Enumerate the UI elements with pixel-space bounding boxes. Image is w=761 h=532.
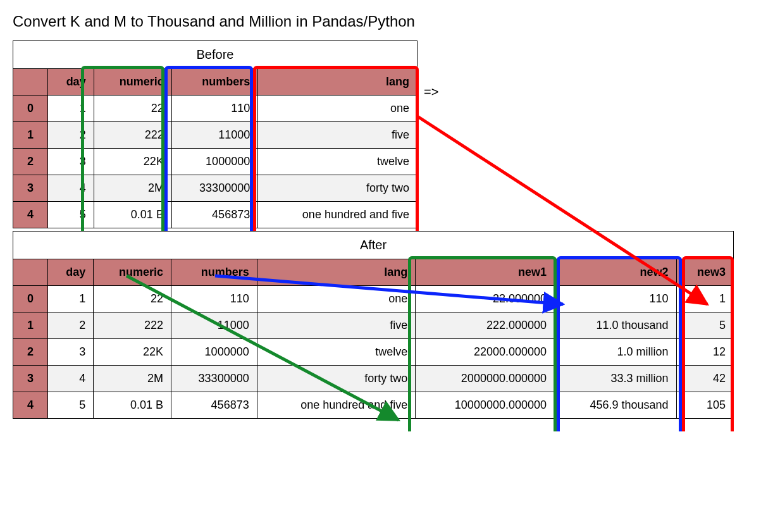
- after-row-idx: 4: [13, 392, 48, 419]
- after-cell: 22.000000: [416, 286, 555, 312]
- before-cell: 4: [48, 175, 94, 202]
- before-row-idx: 4: [13, 202, 48, 228]
- before-cell: 110: [171, 96, 257, 122]
- before-cell: 456873: [171, 202, 257, 228]
- after-cell: 1: [676, 286, 733, 312]
- after-cell: 33.3 million: [555, 366, 677, 392]
- after-cell: one hundred and five: [257, 392, 416, 419]
- after-cell: 5: [48, 392, 94, 419]
- before-cell: one hundred and five: [258, 202, 418, 228]
- after-col-numeric: numeric: [94, 259, 171, 286]
- before-col-numbers: numbers: [171, 69, 257, 96]
- page-title: Convert K and M to Thousand and Million …: [13, 13, 748, 30]
- after-table: After day numeric numbers lang new1 new2…: [13, 231, 734, 419]
- before-row-idx: 0: [13, 96, 48, 122]
- diagram-container: Before day numeric numbers lang 0 1 22 1…: [13, 40, 746, 419]
- after-col-day: day: [48, 259, 94, 286]
- after-corner: [13, 259, 48, 286]
- after-row-idx: 3: [13, 366, 48, 392]
- after-cell: 22K: [94, 339, 171, 366]
- after-cell: 11.0 thousand: [555, 312, 677, 339]
- after-cell: 5: [676, 312, 733, 339]
- after-cell: 10000000.000000: [416, 392, 555, 419]
- after-cell: forty two: [257, 366, 416, 392]
- arrow-label: =>: [424, 85, 438, 99]
- after-cell: 222: [94, 312, 171, 339]
- after-cell: 2: [48, 312, 94, 339]
- after-cell: twelve: [257, 339, 416, 366]
- after-block: After day numeric numbers lang new1 new2…: [13, 231, 734, 419]
- after-cell: 1: [48, 286, 94, 312]
- before-cell: 22K: [94, 149, 171, 175]
- after-cell: 2000000.000000: [416, 366, 555, 392]
- after-cell: 1000000: [171, 339, 257, 366]
- before-cell: 5: [48, 202, 94, 228]
- before-cell: 1: [48, 96, 94, 122]
- after-row-idx: 2: [13, 339, 48, 366]
- after-cell: one: [257, 286, 416, 312]
- before-cell: forty two: [258, 175, 418, 202]
- after-col-new2: new2: [555, 259, 677, 286]
- before-cell: 222: [94, 122, 171, 149]
- after-cell: 456873: [171, 392, 257, 419]
- after-cell: 0.01 B: [94, 392, 171, 419]
- after-cell: 1.0 million: [555, 339, 677, 366]
- before-corner: [13, 69, 48, 96]
- after-cell: five: [257, 312, 416, 339]
- after-row-idx: 0: [13, 286, 48, 312]
- before-row-idx: 2: [13, 149, 48, 175]
- after-cell: 42: [676, 366, 733, 392]
- after-cell: 222.000000: [416, 312, 555, 339]
- after-row-idx: 1: [13, 312, 48, 339]
- after-cell: 105: [676, 392, 733, 419]
- after-col-new1: new1: [416, 259, 555, 286]
- after-col-new3: new3: [676, 259, 733, 286]
- before-cell: 11000: [171, 122, 257, 149]
- after-col-numbers: numbers: [171, 259, 257, 286]
- before-caption: Before: [13, 41, 418, 69]
- after-cell: 33300000: [171, 366, 257, 392]
- before-col-numeric: numeric: [94, 69, 171, 96]
- after-cell: 4: [48, 366, 94, 392]
- before-cell: twelve: [258, 149, 418, 175]
- before-block: Before day numeric numbers lang 0 1 22 1…: [13, 40, 430, 228]
- before-cell: 1000000: [171, 149, 257, 175]
- before-cell: 33300000: [171, 175, 257, 202]
- before-row-idx: 3: [13, 175, 48, 202]
- before-cell: 3: [48, 149, 94, 175]
- after-cell: 11000: [171, 312, 257, 339]
- after-cell: 3: [48, 339, 94, 366]
- before-col-lang: lang: [258, 69, 418, 96]
- before-col-day: day: [48, 69, 94, 96]
- after-cell: 22: [94, 286, 171, 312]
- after-caption: After: [13, 232, 734, 259]
- before-cell: 2: [48, 122, 94, 149]
- after-cell: 110: [171, 286, 257, 312]
- after-cell: 110: [555, 286, 677, 312]
- before-table: Before day numeric numbers lang 0 1 22 1…: [13, 40, 418, 228]
- before-cell: 22: [94, 96, 171, 122]
- after-col-lang: lang: [257, 259, 416, 286]
- before-cell: 2M: [94, 175, 171, 202]
- after-cell: 22000.000000: [416, 339, 555, 366]
- after-cell: 2M: [94, 366, 171, 392]
- before-cell: five: [258, 122, 418, 149]
- before-row-idx: 1: [13, 122, 48, 149]
- before-cell: 0.01 B: [94, 202, 171, 228]
- after-cell: 456.9 thousand: [555, 392, 677, 419]
- after-cell: 12: [676, 339, 733, 366]
- before-cell: one: [258, 96, 418, 122]
